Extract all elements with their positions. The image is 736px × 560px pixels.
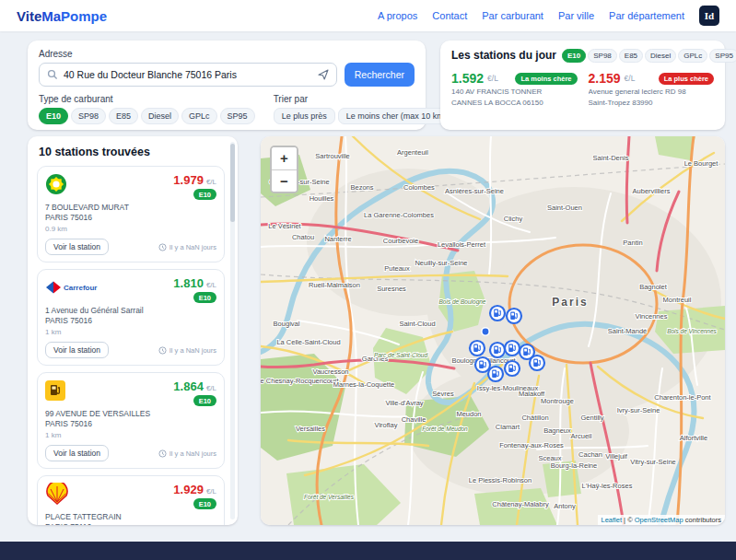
most-expensive-station: 2.159 €/L La plus chère Avenue general l… [589, 71, 715, 109]
map-place-label: Pantin [623, 239, 642, 247]
today-tab-e10[interactable]: E10 [562, 49, 586, 63]
leaflet-link[interactable]: Leaflet [602, 516, 623, 524]
map-place-label: Suresnes [377, 285, 406, 293]
list-scrollbar-thumb[interactable] [230, 144, 235, 222]
station-price-unit: €/L [206, 384, 216, 392]
station-marker[interactable] [488, 367, 503, 381]
map-place-label: La Garenne-Colombes [364, 211, 434, 219]
cheapest-price-unit: €/L [487, 74, 498, 83]
station-price-unit: €/L [206, 178, 216, 186]
map-place-label: Viroflay [375, 421, 398, 429]
station-card: Carrefour 1.810 €/L E10 1 Avenue du Géné… [37, 269, 225, 366]
map-place-label: Vitry-sur-Seine [630, 458, 675, 466]
map-place-label: Le Chesnay-Rocquencourt [261, 377, 340, 385]
map-place-label: Charenton-le-Pont [654, 393, 711, 402]
clock-icon [158, 346, 167, 355]
station-address: 1 Avenue du Général Sarrail [45, 306, 216, 316]
header-logo-badge[interactable]: Id [699, 6, 719, 26]
fuel-pill-e85[interactable]: E85 [109, 108, 138, 124]
map-place-label: Ivry-sur-Seine [617, 406, 660, 414]
header: ViteMaPompe A proposContactPar carburant… [0, 0, 736, 31]
map-place-label: Alfortville [680, 434, 707, 442]
osm-link[interactable]: OpenStreetMap [635, 516, 683, 524]
carrefour-logo: Carrefour [45, 276, 102, 298]
today-tab-sp95[interactable]: SP95 [709, 49, 736, 63]
nav-link[interactable]: Par département [609, 10, 684, 21]
station-marker[interactable] [470, 341, 485, 356]
map-place-label: Rueil-Malmaison [309, 281, 360, 289]
cheapest-price: 1.592 [451, 71, 484, 86]
today-tab-e85[interactable]: E85 [619, 49, 643, 63]
station-marker[interactable] [505, 341, 520, 356]
nav-link[interactable]: Par ville [558, 10, 594, 21]
map-place-label: Montreuil [663, 296, 692, 304]
today-tab-gplc[interactable]: GPLc [678, 49, 707, 63]
map-place-label: Bezons [350, 183, 373, 192]
view-station-button[interactable]: Voir la station [45, 445, 109, 461]
map-place-label: Bois de Vincennes [667, 328, 717, 334]
expensive-address: Avenue general leclerc RD 98 [589, 88, 715, 97]
station-address: 99 AVENUE DE VERSAILLES [45, 409, 216, 419]
list-scrollbar[interactable] [230, 142, 235, 519]
view-station-button[interactable]: Voir la station [45, 342, 109, 358]
station-marker[interactable] [490, 343, 505, 357]
station-marker[interactable] [507, 309, 521, 323]
fuel-pill-sp98[interactable]: SP98 [71, 108, 106, 124]
expensive-city: Saint-Tropez 83990 [589, 99, 715, 108]
station-marker[interactable] [505, 361, 520, 376]
cheapest-city: CANNES LA BOCCA 06150 [451, 99, 578, 108]
view-station-button[interactable]: Voir la station [45, 239, 109, 255]
map-place-label: Sèvres [432, 390, 454, 398]
nav-link[interactable]: A propos [378, 10, 417, 21]
nav-link[interactable]: Par carburant [482, 10, 543, 21]
station-fuel-badge: E10 [193, 395, 216, 406]
fuel-pill-e10[interactable]: E10 [39, 108, 68, 124]
address-input[interactable] [64, 69, 312, 80]
fuel-pill-gplc[interactable]: GPLc [181, 108, 217, 124]
expensive-price: 2.159 [589, 71, 621, 86]
map-place-label: Villejuif [605, 452, 628, 461]
map-place-label: Montrouge [541, 397, 574, 405]
locate-icon[interactable] [318, 69, 329, 80]
zoom-in-button[interactable]: + [272, 147, 297, 169]
map-place-label: Vincennes [636, 312, 668, 321]
search-button[interactable]: Rechercher [345, 63, 415, 87]
station-updated-text: Il y a NaN jours [169, 243, 216, 251]
brand-logo[interactable]: ViteMaPompe [17, 8, 107, 24]
sort-option[interactable]: Le moins cher (max 10 km) [338, 108, 455, 124]
map-place-label: Nanterre [324, 235, 351, 243]
map[interactable]: SartrouvilleArgenteuilSaint-DenisLe Bour… [261, 136, 725, 525]
zoom-out-button[interactable]: − [272, 169, 297, 192]
map-canvas[interactable]: SartrouvilleArgenteuilSaint-DenisLe Bour… [261, 136, 725, 525]
map-place-label: Meudon [456, 410, 481, 418]
fuel-type-pills: E10SP98E85DieselGPLcSP95 [39, 108, 255, 124]
map-place-label: Chatou [292, 233, 314, 241]
sort-options: Le plus prèsLe moins cher (max 10 km) [274, 108, 455, 124]
cheapest-station: 1.592 €/L La moins chère 140 AV FRANCIS … [451, 71, 578, 109]
station-marker[interactable] [530, 356, 544, 370]
brand-part-2: Ma [41, 8, 61, 24]
station-updated-text: Il y a NaN jours [169, 449, 216, 458]
fuel-pill-sp95[interactable]: SP95 [220, 108, 255, 124]
fuel-pill-diesel[interactable]: Diesel [141, 108, 179, 124]
sort-label: Trier par [274, 94, 455, 104]
today-tab-sp98[interactable]: SP98 [588, 49, 617, 63]
nav-link[interactable]: Contact [432, 10, 467, 21]
user-location-dot [482, 328, 489, 335]
sort-option[interactable]: Le plus près [274, 108, 335, 124]
station-marker[interactable] [490, 306, 505, 321]
station-city: PARIS 75016 [45, 213, 216, 223]
attribution-separator: | © [622, 516, 635, 524]
map-place-label: Saint-Denis [593, 154, 629, 162]
station-price-unit: €/L [206, 281, 216, 289]
station-fuel-badge: E10 [193, 292, 216, 303]
map-place-label: Bois de Boulogne [439, 298, 486, 306]
station-price-unit: €/L [206, 487, 216, 496]
map-place-label: Saint-Cloud [399, 320, 435, 328]
map-place-label: Cachan [578, 450, 602, 459]
station-fuel-badge: E10 [193, 189, 216, 200]
station-card: 1.864 €/L E10 99 AVENUE DE VERSAILLES PA… [37, 372, 225, 469]
station-marker[interactable] [475, 357, 490, 372]
stations-du-jour-card: Les stations du jour E10SP98E85DieselGPL… [440, 41, 725, 130]
today-tab-diesel[interactable]: Diesel [645, 49, 676, 63]
